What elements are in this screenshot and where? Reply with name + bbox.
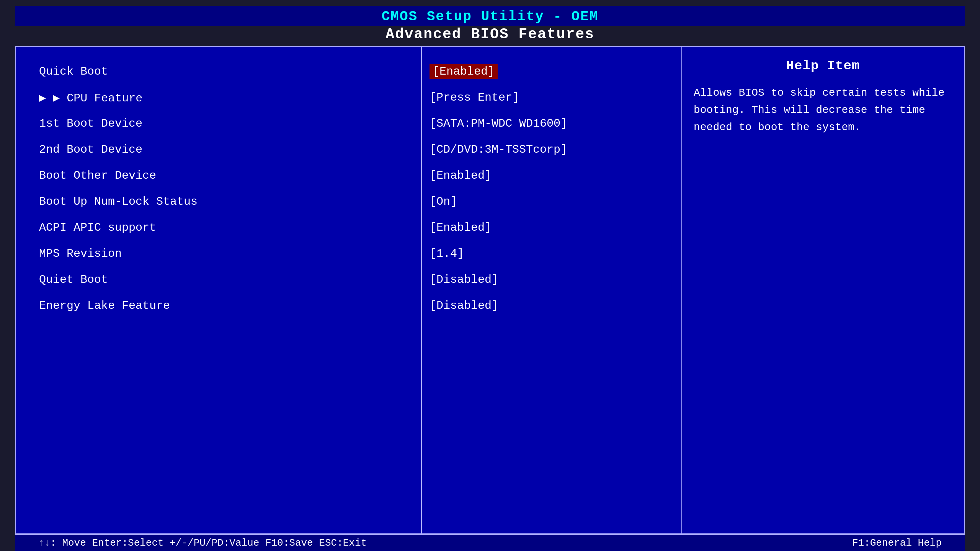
bios-value-3: [CD/DVD:3M-TSSTcorp]: [430, 143, 567, 156]
bios-row-value-8: [Disabled]: [430, 267, 674, 293]
bios-label-4: Boot Other Device: [39, 169, 156, 182]
bios-row-label-6: ACPI APIC support: [39, 215, 413, 241]
bios-row-value-9: [Disabled]: [430, 293, 674, 319]
bios-value-5: [On]: [430, 195, 457, 208]
bios-row-label-8: Quiet Boot: [39, 267, 413, 293]
bios-label-8: Quiet Boot: [39, 273, 108, 286]
bios-value-8: [Disabled]: [430, 273, 498, 286]
bottom-bar-right: F1:General Help: [852, 537, 942, 549]
bios-value-4: [Enabled]: [430, 169, 492, 182]
bios-row-value-2: [SATA:PM-WDC WD1600]: [430, 111, 674, 137]
bios-row-value-5: [On]: [430, 189, 674, 215]
bios-value-2: [SATA:PM-WDC WD1600]: [430, 117, 567, 130]
bios-row-label-2: 1st Boot Device: [39, 111, 413, 137]
main-container: Quick Boot▶ CPU Feature1st Boot Device2n…: [15, 46, 965, 534]
bottom-bar-left: ↑↓: Move Enter:Select +/-/PU/PD:Value F1…: [38, 537, 367, 549]
help-item-title: Help Item: [694, 59, 952, 73]
bios-row-label-3: 2nd Boot Device: [39, 137, 413, 163]
bios-row-label-1: ▶ CPU Feature: [39, 85, 413, 111]
top-bar-title: CMOS Setup Utility - OEM: [15, 9, 965, 24]
bios-row-label-0[interactable]: Quick Boot: [39, 59, 413, 85]
bios-label-0: Quick Boot: [39, 65, 108, 78]
bios-value-1: [Press Enter]: [430, 91, 519, 104]
bios-label-1: ▶ CPU Feature: [39, 91, 142, 105]
bios-row-value-1: [Press Enter]: [430, 85, 674, 111]
bios-row-value-6: [Enabled]: [430, 215, 674, 241]
top-bar: CMOS Setup Utility - OEM: [15, 6, 965, 26]
middle-panel: [Enabled][Press Enter][SATA:PM-WDC WD160…: [422, 47, 682, 533]
bios-row-value-4: [Enabled]: [430, 163, 674, 189]
bios-row-value-7: [1.4]: [430, 241, 674, 267]
bios-label-7: MPS Revision: [39, 247, 122, 260]
bios-row-value-0[interactable]: [Enabled]: [430, 59, 674, 85]
bios-row-label-4: Boot Other Device: [39, 163, 413, 189]
bios-row-label-7: MPS Revision: [39, 241, 413, 267]
bios-value-6: [Enabled]: [430, 221, 492, 234]
left-panel: Quick Boot▶ CPU Feature1st Boot Device2n…: [16, 47, 422, 533]
bios-label-5: Boot Up Num-Lock Status: [39, 195, 198, 208]
page-title: Advanced BIOS Features: [385, 26, 595, 42]
screen: CMOS Setup Utility - OEM Advanced BIOS F…: [0, 0, 980, 551]
bios-label-2: 1st Boot Device: [39, 117, 142, 130]
bios-row-label-9: Energy Lake Feature: [39, 293, 413, 319]
bios-row-value-3: [CD/DVD:3M-TSSTcorp]: [430, 137, 674, 163]
bios-value-0[interactable]: [Enabled]: [430, 64, 498, 79]
bios-value-7: [1.4]: [430, 247, 464, 260]
bios-label-3: 2nd Boot Device: [39, 143, 142, 156]
bios-value-9: [Disabled]: [430, 299, 498, 312]
help-item-text: Allows BIOS to skip certain tests while …: [694, 85, 952, 136]
bottom-bar: ↑↓: Move Enter:Select +/-/PU/PD:Value F1…: [15, 534, 965, 551]
bios-row-label-5: Boot Up Num-Lock Status: [39, 189, 413, 215]
right-panel: Help Item Allows BIOS to skip certain te…: [682, 47, 964, 533]
bios-label-6: ACPI APIC support: [39, 221, 156, 234]
bios-label-9: Energy Lake Feature: [39, 299, 170, 312]
